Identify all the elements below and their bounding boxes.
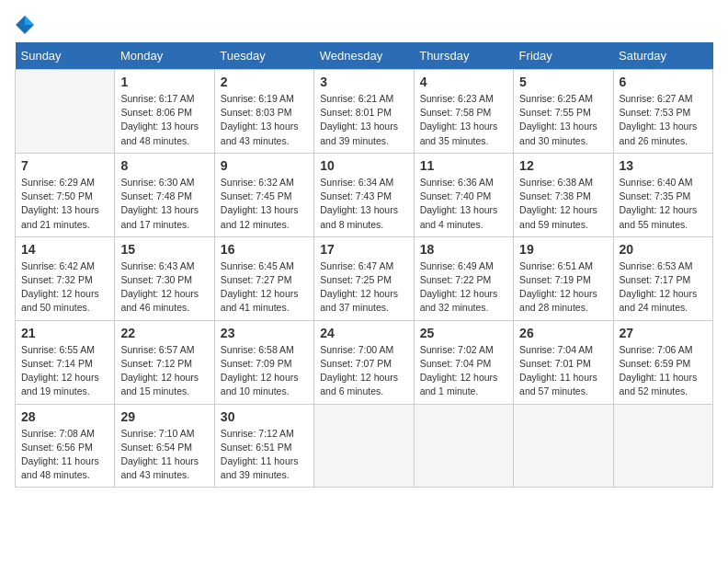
day-number: 23 xyxy=(221,326,308,340)
day-number: 1 xyxy=(120,75,208,89)
calendar-cell: 26Sunrise: 7:04 AMSunset: 7:01 PMDayligh… xyxy=(514,320,613,404)
svg-marker-1 xyxy=(25,16,34,25)
day-info: Sunrise: 6:17 AMSunset: 8:06 PMDaylight:… xyxy=(120,92,208,148)
header-cell-friday: Friday xyxy=(514,42,613,70)
day-info: Sunrise: 7:04 AMSunset: 7:01 PMDaylight:… xyxy=(519,343,607,399)
day-number: 28 xyxy=(21,409,108,424)
day-number: 19 xyxy=(519,242,607,257)
calendar-table: SundayMondayTuesdayWednesdayThursdayFrid… xyxy=(15,42,713,488)
day-number: 10 xyxy=(320,158,407,173)
calendar-cell: 8Sunrise: 6:30 AMSunset: 7:48 PMDaylight… xyxy=(115,153,214,236)
day-number: 14 xyxy=(21,242,108,257)
week-row-2: 14Sunrise: 6:42 AMSunset: 7:32 PMDayligh… xyxy=(16,236,713,320)
calendar-cell: 17Sunrise: 6:47 AMSunset: 7:25 PMDayligh… xyxy=(314,236,414,320)
calendar-cell: 7Sunrise: 6:29 AMSunset: 7:50 PMDaylight… xyxy=(16,153,115,236)
calendar-cell: 19Sunrise: 6:51 AMSunset: 7:19 PMDayligh… xyxy=(514,236,613,320)
day-info: Sunrise: 6:53 AMSunset: 7:17 PMDaylight:… xyxy=(620,259,707,316)
day-info: Sunrise: 7:00 AMSunset: 7:07 PMDaylight:… xyxy=(320,343,407,399)
day-number: 16 xyxy=(221,242,308,257)
day-number: 3 xyxy=(320,75,407,89)
day-number: 24 xyxy=(320,326,407,340)
week-row-4: 28Sunrise: 7:08 AMSunset: 6:56 PMDayligh… xyxy=(16,404,713,488)
day-info: Sunrise: 6:43 AMSunset: 7:30 PMDaylight:… xyxy=(120,259,208,316)
calendar-cell: 18Sunrise: 6:49 AMSunset: 7:22 PMDayligh… xyxy=(414,236,513,320)
calendar-cell: 22Sunrise: 6:57 AMSunset: 7:12 PMDayligh… xyxy=(115,320,214,404)
week-row-1: 7Sunrise: 6:29 AMSunset: 7:50 PMDaylight… xyxy=(16,153,713,236)
day-number: 8 xyxy=(120,158,208,173)
logo-icon xyxy=(15,15,35,35)
day-info: Sunrise: 7:06 AMSunset: 6:59 PMDaylight:… xyxy=(620,343,707,399)
calendar-cell: 6Sunrise: 6:27 AMSunset: 7:53 PMDaylight… xyxy=(613,70,712,154)
day-info: Sunrise: 6:38 AMSunset: 7:38 PMDaylight:… xyxy=(519,176,607,232)
day-info: Sunrise: 6:55 AMSunset: 7:14 PMDaylight:… xyxy=(21,343,108,399)
day-number: 30 xyxy=(221,409,308,424)
day-info: Sunrise: 6:36 AMSunset: 7:40 PMDaylight:… xyxy=(420,176,507,232)
calendar-cell: 24Sunrise: 7:00 AMSunset: 7:07 PMDayligh… xyxy=(314,320,414,404)
day-info: Sunrise: 7:12 AMSunset: 6:51 PMDaylight:… xyxy=(221,427,308,483)
day-info: Sunrise: 6:58 AMSunset: 7:09 PMDaylight:… xyxy=(221,343,308,399)
day-info: Sunrise: 6:29 AMSunset: 7:50 PMDaylight:… xyxy=(21,176,108,232)
calendar-cell: 16Sunrise: 6:45 AMSunset: 7:27 PMDayligh… xyxy=(214,236,313,320)
header-cell-thursday: Thursday xyxy=(414,42,513,70)
day-number: 18 xyxy=(420,242,507,257)
calendar-cell: 11Sunrise: 6:36 AMSunset: 7:40 PMDayligh… xyxy=(414,153,513,236)
day-info: Sunrise: 6:45 AMSunset: 7:27 PMDaylight:… xyxy=(221,259,308,316)
day-number: 2 xyxy=(221,75,308,89)
day-number: 25 xyxy=(420,326,507,340)
calendar-cell: 1Sunrise: 6:17 AMSunset: 8:06 PMDaylight… xyxy=(115,70,214,154)
calendar-cell: 30Sunrise: 7:12 AMSunset: 6:51 PMDayligh… xyxy=(214,404,313,488)
day-number: 21 xyxy=(21,326,108,340)
day-number: 29 xyxy=(120,409,208,424)
day-info: Sunrise: 6:32 AMSunset: 7:45 PMDaylight:… xyxy=(221,176,308,232)
day-number: 26 xyxy=(519,326,607,340)
day-info: Sunrise: 7:02 AMSunset: 7:04 PMDaylight:… xyxy=(420,343,507,399)
header-cell-saturday: Saturday xyxy=(613,42,712,70)
day-number: 11 xyxy=(420,158,507,173)
day-info: Sunrise: 6:40 AMSunset: 7:35 PMDaylight:… xyxy=(620,176,707,232)
calendar-cell: 5Sunrise: 6:25 AMSunset: 7:55 PMDaylight… xyxy=(514,70,613,154)
day-number: 5 xyxy=(519,75,607,89)
day-number: 22 xyxy=(120,326,208,340)
calendar-cell xyxy=(514,404,613,488)
header-cell-sunday: Sunday xyxy=(16,42,115,70)
calendar-cell: 20Sunrise: 6:53 AMSunset: 7:17 PMDayligh… xyxy=(613,236,712,320)
day-number: 17 xyxy=(320,242,407,257)
day-number: 20 xyxy=(620,242,707,257)
week-row-0: 1Sunrise: 6:17 AMSunset: 8:06 PMDaylight… xyxy=(16,70,713,154)
calendar-cell: 14Sunrise: 6:42 AMSunset: 7:32 PMDayligh… xyxy=(16,236,115,320)
day-info: Sunrise: 6:42 AMSunset: 7:32 PMDaylight:… xyxy=(21,259,108,316)
calendar-cell: 4Sunrise: 6:23 AMSunset: 7:58 PMDaylight… xyxy=(414,70,513,154)
header-cell-monday: Monday xyxy=(115,42,214,70)
calendar-body: 1Sunrise: 6:17 AMSunset: 8:06 PMDaylight… xyxy=(16,70,713,488)
calendar-cell: 28Sunrise: 7:08 AMSunset: 6:56 PMDayligh… xyxy=(16,404,115,488)
day-number: 13 xyxy=(620,158,707,173)
day-info: Sunrise: 7:10 AMSunset: 6:54 PMDaylight:… xyxy=(120,427,208,483)
day-info: Sunrise: 6:30 AMSunset: 7:48 PMDaylight:… xyxy=(120,176,208,232)
week-row-3: 21Sunrise: 6:55 AMSunset: 7:14 PMDayligh… xyxy=(16,320,713,404)
calendar-cell: 12Sunrise: 6:38 AMSunset: 7:38 PMDayligh… xyxy=(514,153,613,236)
calendar-cell: 29Sunrise: 7:10 AMSunset: 6:54 PMDayligh… xyxy=(115,404,214,488)
day-number: 4 xyxy=(420,75,507,89)
day-info: Sunrise: 6:19 AMSunset: 8:03 PMDaylight:… xyxy=(221,92,308,148)
calendar-cell: 23Sunrise: 6:58 AMSunset: 7:09 PMDayligh… xyxy=(214,320,313,404)
calendar-cell: 9Sunrise: 6:32 AMSunset: 7:45 PMDaylight… xyxy=(214,153,313,236)
calendar-cell: 3Sunrise: 6:21 AMSunset: 8:01 PMDaylight… xyxy=(314,70,414,154)
day-number: 6 xyxy=(620,75,707,89)
calendar-header: SundayMondayTuesdayWednesdayThursdayFrid… xyxy=(16,42,713,70)
logo xyxy=(15,15,39,35)
header-cell-wednesday: Wednesday xyxy=(314,42,414,70)
calendar-cell xyxy=(613,404,712,488)
calendar-cell: 27Sunrise: 7:06 AMSunset: 6:59 PMDayligh… xyxy=(613,320,712,404)
day-info: Sunrise: 6:21 AMSunset: 8:01 PMDaylight:… xyxy=(320,92,407,148)
day-number: 7 xyxy=(21,158,108,173)
day-info: Sunrise: 6:34 AMSunset: 7:43 PMDaylight:… xyxy=(320,176,407,232)
calendar-cell: 21Sunrise: 6:55 AMSunset: 7:14 PMDayligh… xyxy=(16,320,115,404)
day-number: 9 xyxy=(221,158,308,173)
day-number: 15 xyxy=(120,242,208,257)
calendar-cell xyxy=(414,404,513,488)
day-number: 12 xyxy=(519,158,607,173)
day-info: Sunrise: 6:51 AMSunset: 7:19 PMDaylight:… xyxy=(519,259,607,316)
calendar-cell: 2Sunrise: 6:19 AMSunset: 8:03 PMDaylight… xyxy=(214,70,313,154)
day-info: Sunrise: 6:47 AMSunset: 7:25 PMDaylight:… xyxy=(320,259,407,316)
day-info: Sunrise: 6:23 AMSunset: 7:58 PMDaylight:… xyxy=(420,92,507,148)
